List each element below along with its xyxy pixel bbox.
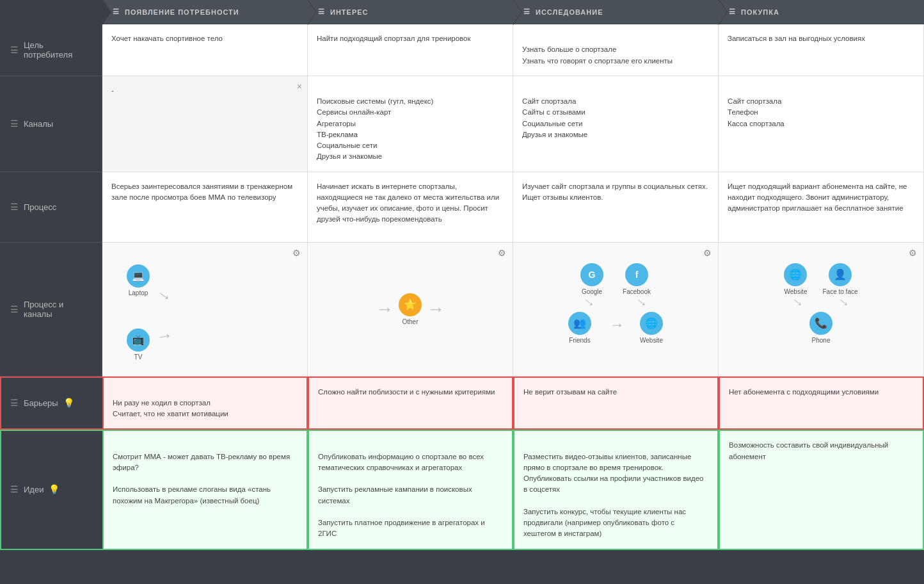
tv-icon: 📺 TV xyxy=(127,328,150,361)
goal-cell-2: Найти подходящий спортзал для тренировок xyxy=(308,24,513,76)
process-cell-3: Изучает сайт спортзала и группы в социал… xyxy=(513,172,719,243)
goal-cell-4: Записаться в зал на выгодных условиях xyxy=(719,24,924,76)
process-cell-4: Ищет подходящий вариант абонемента на са… xyxy=(719,172,924,243)
process-channels-cell-4: ⚙ 🌐 Website 👤 Face to face → → 📞 Pho xyxy=(719,243,924,377)
channels-cell-1: × - xyxy=(102,76,308,172)
hamburger-goal: ☰ xyxy=(10,45,19,55)
phone-icon: 📞 Phone xyxy=(809,312,832,344)
process-channels-cell-1: ⚙ 💻 Laptop 📺 TV → → xyxy=(102,243,308,377)
menu-icon-2: ☰ xyxy=(318,8,325,16)
row-label-process: ☰ Процесс xyxy=(0,172,102,243)
row-label-ideas: ☰ Идеи 💡 xyxy=(0,430,102,549)
hamburger-barriers: ☰ xyxy=(10,396,19,410)
gear-icon-4[interactable]: ⚙ xyxy=(909,248,917,258)
header-col1: ☰ ПОЯВЛЕНИЕ ПОТРЕБНОСТИ xyxy=(102,0,308,24)
google-icon: G Google xyxy=(580,263,603,295)
idea-cell-2: Опубликовать информацию о спортзале во в… xyxy=(308,430,513,549)
process-cell-1: Всерьез заинтересовался занятиями в трен… xyxy=(102,172,308,243)
hamburger-channels: ☰ xyxy=(10,118,19,129)
friends-icon: 👥 Friends xyxy=(568,312,591,344)
goal-cell-3: Узнать больше о спортзале Узнать что гов… xyxy=(513,24,719,76)
hint-icon-barriers: 💡 xyxy=(63,396,74,410)
hint-icon-ideas: 💡 xyxy=(49,483,60,496)
goal-cell-1: Хочет накачать спортивное тело xyxy=(102,24,308,76)
hamburger-process: ☰ xyxy=(10,202,19,212)
header-col2: ☰ ИНТЕРЕС xyxy=(308,0,513,24)
hamburger-ideas: ☰ xyxy=(10,483,19,496)
laptop-icon: 💻 Laptop xyxy=(127,264,150,296)
other-icon: ⭐ Other xyxy=(399,293,422,325)
row-label-goal: ☰ Цель потребителя xyxy=(0,24,102,76)
process-channels-cell-2: ⚙ → ⭐ Other → xyxy=(308,243,513,377)
website-icon-3: 🌐 Website xyxy=(640,312,663,344)
hamburger-process-channels: ☰ xyxy=(10,304,19,314)
idea-cell-1: Смотрит ММА - может давать ТВ-рекламу во… xyxy=(102,430,308,549)
menu-icon-1: ☰ xyxy=(113,8,120,16)
idea-cell-3: Разместить видео-отзывы клиентов, записа… xyxy=(513,430,719,549)
row-label-channels: ☰ Каналы xyxy=(0,76,102,172)
barrier-cell-2: Сложно найти поблизости и с нужными крит… xyxy=(308,377,513,430)
close-button-1[interactable]: × xyxy=(297,80,302,93)
menu-icon-4: ☰ xyxy=(729,8,736,16)
face-to-face-icon: 👤 Face to face xyxy=(822,263,857,295)
menu-icon-3: ☰ xyxy=(523,8,530,16)
barrier-cell-1: Ни разу не ходил в спортзал Считает, что… xyxy=(102,377,308,430)
process-channels-cell-3: ⚙ G Google f Facebook → → 👥 Friends xyxy=(513,243,719,377)
gear-icon-3[interactable]: ⚙ xyxy=(703,248,712,258)
header-col3: ☰ ИССЛЕДОВАНИЕ xyxy=(513,0,719,24)
facebook-icon: f Facebook xyxy=(623,263,651,295)
channels-cell-2: Поисковые системы (гугл, яндекс) Сервисы… xyxy=(308,76,513,172)
corner-cell xyxy=(0,0,102,24)
idea-cell-4: Возможность составить свой индивидуальны… xyxy=(719,430,924,549)
gear-icon-2[interactable]: ⚙ xyxy=(498,248,506,258)
website-icon-4: 🌐 Website xyxy=(784,263,807,295)
header-col4: ☰ ПОКУПКА xyxy=(719,0,924,24)
gear-icon-1[interactable]: ⚙ xyxy=(292,248,301,258)
barrier-cell-4: Нет абонемента с подходящими условиями xyxy=(719,377,924,430)
channels-cell-3: Сайт спортзала Сайты с отзывами Социальн… xyxy=(513,76,719,172)
row-label-barriers: ☰ Барьеры 💡 xyxy=(0,377,102,430)
channels-cell-4: Сайт спортзала Телефон Касса спортзала xyxy=(719,76,924,172)
process-cell-2: Начинает искать в интернете спортзалы, н… xyxy=(308,172,513,243)
row-label-process-channels: ☰ Процесс и каналы xyxy=(0,243,102,377)
barrier-cell-3: Не верит отзывам на сайте xyxy=(513,377,719,430)
